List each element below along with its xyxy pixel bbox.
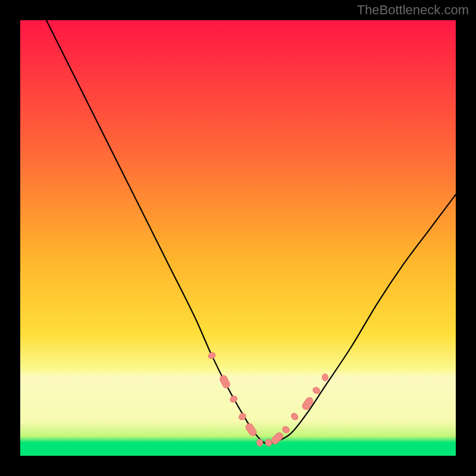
watermark-label: TheBottleneck.com — [357, 2, 469, 18]
marker-dot — [292, 414, 298, 419]
marker-dot — [222, 379, 228, 385]
marker-dot — [322, 374, 328, 380]
marker-dot — [231, 396, 237, 402]
marker-dot — [209, 353, 215, 359]
marker-dot — [239, 414, 245, 419]
plot-area — [20, 20, 456, 456]
marker-dot — [283, 427, 289, 433]
marker-dot — [314, 387, 320, 393]
bottleneck-curve — [46, 20, 456, 444]
marker-dot — [248, 427, 254, 433]
marker-dot — [274, 436, 280, 441]
marker-dot — [265, 440, 271, 446]
chart-container: TheBottleneck.com — [0, 0, 476, 476]
highlight-markers — [207, 351, 328, 447]
marker-dot — [257, 440, 263, 446]
marker-dot — [305, 400, 311, 406]
curve-layer — [20, 20, 456, 456]
